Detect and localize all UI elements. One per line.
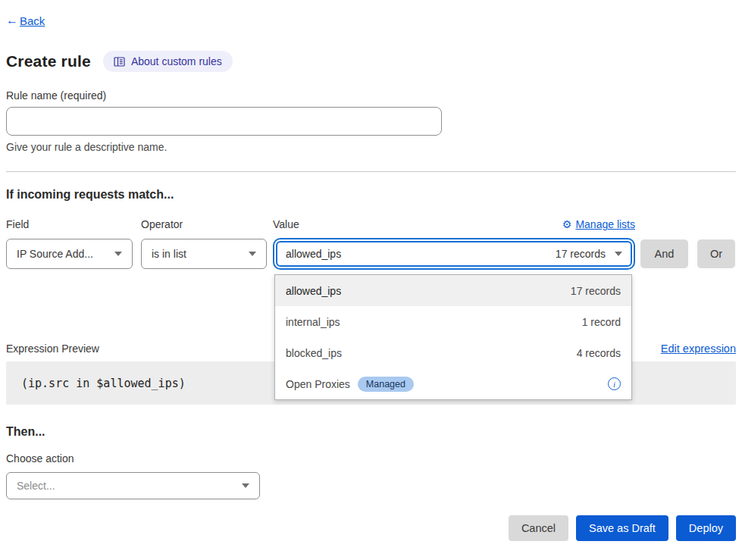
book-icon	[114, 57, 125, 67]
and-button[interactable]: And	[640, 239, 688, 268]
list-option-internal-ips[interactable]: internal_ips 1 record	[275, 306, 631, 337]
operator-select-value: is in list	[152, 248, 186, 260]
expression-preview-label: Expression Preview	[6, 343, 99, 355]
list-option-count: 17 records	[571, 285, 621, 297]
save-as-draft-button[interactable]: Save as Draft	[576, 515, 668, 541]
choose-action-label: Choose action	[6, 452, 736, 465]
list-option-name: Open Proxies	[286, 378, 350, 390]
rule-name-label: Rule name (required)	[6, 89, 736, 102]
operator-label: Operator	[141, 218, 267, 230]
list-option-allowed-ips[interactable]: allowed_ips 17 records	[275, 275, 631, 306]
footer-actions: Cancel Save as Draft Deploy	[6, 515, 736, 541]
list-dropdown-panel: allowed_ips 17 records internal_ips 1 re…	[274, 274, 632, 400]
deploy-button[interactable]: Deploy	[676, 515, 736, 541]
field-select-value: IP Source Add...	[17, 248, 93, 260]
chevron-down-icon	[114, 252, 122, 256]
back-link-label: Back	[20, 14, 45, 27]
list-option-count: 1 record	[582, 316, 621, 328]
field-label: Field	[6, 218, 133, 230]
value-label: Value	[273, 218, 299, 230]
cancel-button[interactable]: Cancel	[509, 515, 568, 541]
rule-name-helper: Give your rule a descriptive name.	[6, 141, 736, 153]
chevron-down-icon	[615, 252, 622, 256]
about-badge-label: About custom rules	[131, 55, 222, 67]
list-option-name: blocked_ips	[286, 347, 342, 359]
manage-lists-link[interactable]: ⚙ Manage lists	[562, 218, 635, 230]
list-option-open-proxies[interactable]: Open Proxies Managed i	[275, 368, 631, 399]
then-section-heading: Then...	[6, 425, 736, 439]
back-arrow-icon: ←	[6, 14, 18, 27]
value-combobox-focus-ring: allowed_ips 17 records	[273, 238, 635, 270]
info-icon[interactable]: i	[608, 377, 621, 390]
list-option-blocked-ips[interactable]: blocked_ips 4 records	[275, 337, 631, 368]
or-button[interactable]: Or	[697, 239, 735, 268]
field-select[interactable]: IP Source Add...	[6, 239, 133, 269]
manage-lists-label: Manage lists	[575, 218, 635, 230]
edit-expression-link[interactable]: Edit expression	[661, 343, 736, 355]
match-section-heading: If incoming requests match...	[6, 188, 736, 202]
section-divider	[6, 171, 736, 172]
chevron-down-icon	[242, 483, 249, 488]
chevron-down-icon	[249, 252, 256, 256]
operator-select[interactable]: is in list	[141, 239, 267, 269]
heading-row: Create rule About custom rules	[6, 51, 736, 72]
gear-icon: ⚙	[562, 219, 572, 230]
list-option-name: allowed_ips	[286, 285, 341, 297]
value-combobox[interactable]: allowed_ips 17 records	[276, 241, 632, 267]
list-option-name: internal_ips	[286, 316, 340, 328]
list-option-count: 4 records	[577, 347, 621, 359]
create-rule-page: ←Back Create rule About custom rules Rul…	[0, 0, 742, 541]
condition-labels-row: Field Operator Value ⚙ Manage lists	[6, 218, 736, 230]
back-link[interactable]: ←Back	[6, 14, 45, 27]
about-custom-rules-link[interactable]: About custom rules	[103, 51, 233, 72]
rule-name-input[interactable]	[6, 107, 442, 136]
action-select-placeholder: Select...	[17, 480, 55, 492]
value-combobox-count: 17 records	[556, 248, 606, 260]
page-title: Create rule	[6, 52, 91, 70]
condition-row: IP Source Add... is in list allowed_ips …	[6, 238, 736, 270]
action-select[interactable]: Select...	[6, 472, 260, 499]
value-combobox-text: allowed_ips	[286, 248, 341, 260]
managed-badge: Managed	[358, 377, 414, 392]
